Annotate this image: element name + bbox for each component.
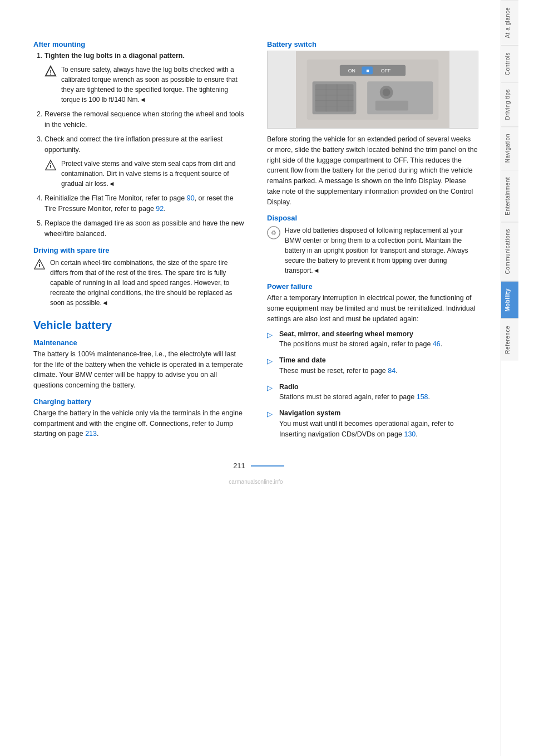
- svg-text:ON: ON: [348, 68, 355, 73]
- page-number: 211: [228, 462, 251, 470]
- vehicle-battery-heading: Vehicle battery: [33, 319, 245, 332]
- bullet-arrow-1: ▷: [267, 330, 275, 341]
- step-4: Reinitialize the Flat Tire Monitor, refe…: [44, 193, 245, 214]
- sidebar-tab-at-a-glance[interactable]: At a glance: [501, 0, 518, 45]
- right-sidebar: At a glance Controls Driving tips Naviga…: [501, 0, 518, 756]
- bullet-arrow-2: ▷: [267, 356, 275, 367]
- warning-triangle-icon: !: [44, 65, 57, 77]
- sidebar-tab-mobility[interactable]: Mobility: [501, 281, 518, 318]
- sidebar-tab-driving-tips[interactable]: Driving tips: [501, 82, 518, 126]
- battery-switch-desc: Before storing the vehicle for an extend…: [267, 134, 478, 207]
- power-failure-heading: Power failure: [267, 282, 478, 291]
- sidebar-tab-controls[interactable]: Controls: [501, 45, 518, 82]
- step-1: Tighten the lug bolts in a diagonal patt…: [44, 51, 245, 105]
- power-failure-item-3: ▷ RadioStations must be stored again, re…: [267, 382, 478, 403]
- charging-text: Charge the battery in the vehicle only v…: [33, 408, 245, 439]
- battery-switch-heading: Battery switch: [267, 40, 478, 48]
- step-3: Check and correct the tire inflation pre…: [44, 134, 245, 189]
- svg-point-7: [39, 262, 40, 263]
- bullet-arrow-4: ▷: [267, 409, 275, 420]
- recycle-icon: ♻: [267, 226, 280, 239]
- svg-text:■: ■: [366, 68, 369, 73]
- svg-rect-16: [315, 84, 354, 111]
- power-failure-item-2: ▷ Time and dateThese must be reset, refe…: [267, 355, 478, 376]
- page-number-bar: 211: [33, 462, 478, 470]
- disposal-notice: ♻ Have old batteries disposed of followi…: [267, 225, 478, 276]
- right-column: Battery switch ON ■ OFF: [267, 33, 478, 445]
- maintenance-text: The battery is 100% maintenance-free, i.…: [33, 349, 245, 391]
- battery-switch-image: ON ■ OFF: [267, 51, 478, 129]
- notice-warning-1-text: To ensure safety, always have the lug bo…: [61, 65, 245, 105]
- info-triangle-icon: [44, 159, 57, 171]
- power-failure-item-3-text: RadioStations must be stored again, refe…: [279, 382, 430, 403]
- svg-text:OFF: OFF: [381, 68, 391, 73]
- spare-tire-heading: Driving with spare tire: [33, 246, 245, 254]
- notice-info-3-text: Protect valve stems and valve stem seal …: [61, 159, 245, 189]
- power-failure-list: ▷ Seat, mirror, and steering wheel memor…: [267, 329, 478, 440]
- link-page-46[interactable]: 46: [433, 340, 441, 348]
- svg-rect-27: [375, 101, 408, 111]
- watermark: carmanualsonline.info: [33, 479, 478, 485]
- link-page-213[interactable]: 213: [85, 430, 97, 438]
- step-2: Reverse the removal sequence when storin…: [44, 109, 245, 130]
- svg-point-26: [383, 89, 390, 96]
- disposal-text: Have old batteries disposed of following…: [285, 225, 478, 276]
- after-mounting-heading: After mounting: [33, 40, 245, 48]
- power-failure-intro: After a temporary interruption in electr…: [267, 293, 478, 324]
- maintenance-heading: Maintenance: [33, 338, 245, 347]
- sidebar-tab-entertainment[interactable]: Entertainment: [501, 170, 518, 222]
- spare-tire-notice: On certain wheel-tire combinations, the …: [33, 258, 245, 308]
- disposal-heading: Disposal: [267, 214, 478, 222]
- link-page-84[interactable]: 84: [388, 367, 395, 375]
- spare-tire-triangle-icon: [33, 258, 46, 271]
- step-1-bold: Tighten the lug bolts in a diagonal patt…: [44, 52, 185, 60]
- after-mounting-steps: Tighten the lug bolts in a diagonal patt…: [33, 51, 245, 239]
- power-failure-item-4: ▷ Navigation systemYou must wait until i…: [267, 408, 478, 439]
- sidebar-tab-navigation[interactable]: Navigation: [501, 126, 518, 169]
- sidebar-tab-reference[interactable]: Reference: [501, 318, 518, 361]
- power-failure-item-2-text: Time and dateThese must be reset, refer …: [279, 355, 398, 376]
- link-page-90[interactable]: 90: [187, 194, 195, 202]
- left-column: After mounting Tighten the lug bolts in …: [33, 33, 245, 445]
- link-page-92[interactable]: 92: [156, 205, 164, 213]
- power-failure-item-4-text: Navigation systemYou must wait until it …: [279, 408, 478, 439]
- notice-info-3: Protect valve stems and valve stem seal …: [44, 159, 245, 189]
- link-page-130[interactable]: 130: [404, 430, 416, 438]
- spare-tire-text: On certain wheel-tire combinations, the …: [50, 258, 245, 308]
- main-content: After mounting Tighten the lug bolts in …: [0, 0, 501, 756]
- sidebar-tab-communications[interactable]: Communications: [501, 222, 518, 281]
- page-bar-line: [251, 465, 284, 467]
- svg-point-4: [50, 163, 51, 164]
- power-failure-item-1: ▷ Seat, mirror, and steering wheel memor…: [267, 329, 478, 350]
- svg-text:!: !: [50, 69, 51, 75]
- link-page-158[interactable]: 158: [417, 393, 428, 401]
- power-failure-item-1-text: Seat, mirror, and steering wheel memoryT…: [279, 329, 442, 350]
- step-5: Replace the damaged tire as soon as poss…: [44, 218, 245, 239]
- bullet-arrow-3: ▷: [267, 382, 275, 394]
- notice-warning-1: ! To ensure safety, always have the lug …: [44, 65, 245, 105]
- svg-text:♻: ♻: [271, 230, 276, 237]
- charging-heading: Charging battery: [33, 397, 245, 406]
